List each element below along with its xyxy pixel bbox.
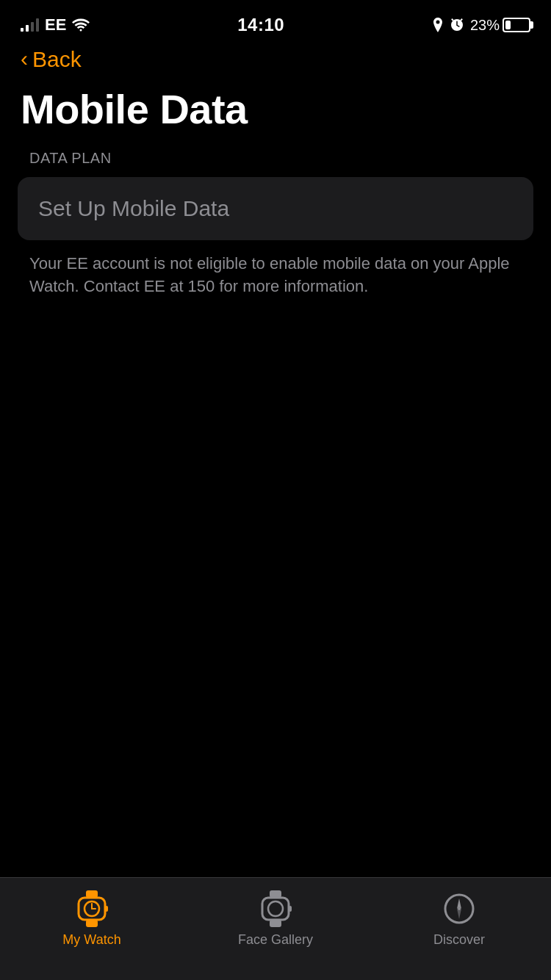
set-up-mobile-data-label: Set Up Mobile Data bbox=[38, 196, 229, 220]
page-title: Mobile Data bbox=[0, 79, 551, 150]
back-button[interactable]: ‹ Back bbox=[0, 40, 551, 79]
my-watch-icon bbox=[73, 890, 111, 928]
svg-point-15 bbox=[458, 907, 461, 910]
battery-icon bbox=[503, 18, 530, 32]
tab-face-gallery-label: Face Gallery bbox=[238, 932, 313, 948]
tab-my-watch[interactable]: My Watch bbox=[0, 890, 184, 948]
battery-percent: 23% bbox=[470, 17, 500, 34]
tab-discover-label: Discover bbox=[433, 932, 485, 948]
svg-point-10 bbox=[268, 901, 283, 916]
status-left: EE bbox=[21, 15, 90, 35]
svg-marker-13 bbox=[457, 898, 461, 909]
battery-container: 23% bbox=[470, 17, 530, 34]
section-footer-text: Your EE account is not eligible to enabl… bbox=[0, 240, 551, 299]
tab-my-watch-label: My Watch bbox=[62, 932, 120, 948]
svg-rect-6 bbox=[105, 906, 108, 912]
back-chevron-icon: ‹ bbox=[21, 48, 28, 70]
status-bar: EE 14:10 23% bbox=[0, 0, 551, 40]
status-time: 14:10 bbox=[237, 15, 284, 35]
signal-bars-icon bbox=[21, 18, 39, 32]
tab-discover[interactable]: Discover bbox=[367, 890, 551, 948]
status-right: 23% bbox=[432, 17, 530, 34]
alarm-icon bbox=[450, 18, 464, 32]
back-label: Back bbox=[32, 47, 82, 72]
svg-rect-11 bbox=[289, 906, 292, 912]
section-header-data-plan: DATA PLAN bbox=[0, 150, 551, 177]
tab-bar: My Watch Face Gallery Discover bbox=[0, 877, 551, 980]
tab-face-gallery[interactable]: Face Gallery bbox=[184, 890, 367, 948]
carrier-label: EE bbox=[45, 15, 66, 35]
data-plan-card: Set Up Mobile Data bbox=[18, 177, 533, 240]
discover-icon bbox=[440, 890, 478, 928]
svg-marker-14 bbox=[457, 909, 461, 919]
set-up-mobile-data-item[interactable]: Set Up Mobile Data bbox=[18, 177, 533, 240]
face-gallery-icon bbox=[256, 890, 295, 928]
location-icon bbox=[432, 18, 444, 32]
wifi-icon bbox=[72, 18, 90, 32]
